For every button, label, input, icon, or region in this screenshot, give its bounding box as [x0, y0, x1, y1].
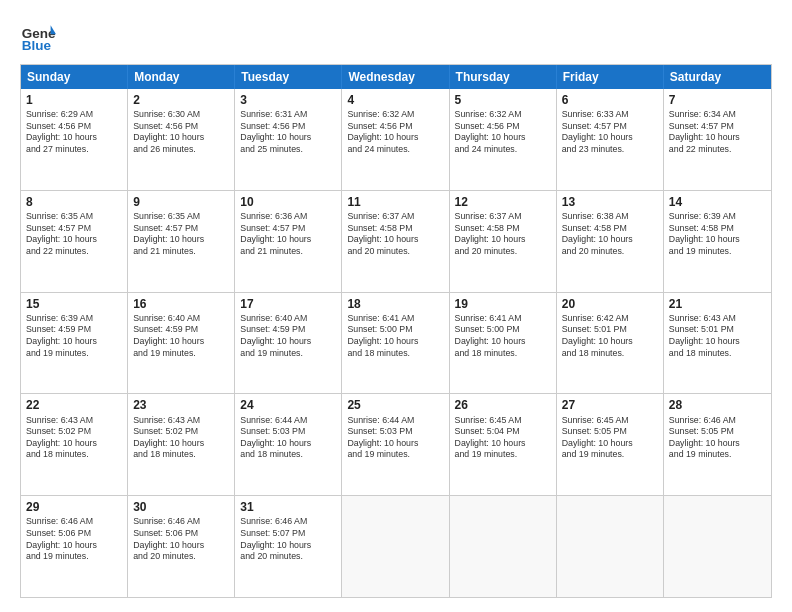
calendar-cell: 9Sunrise: 6:35 AMSunset: 4:57 PMDaylight… [128, 191, 235, 292]
calendar-cell: 23Sunrise: 6:43 AMSunset: 5:02 PMDayligh… [128, 394, 235, 495]
calendar-cell: 12Sunrise: 6:37 AMSunset: 4:58 PMDayligh… [450, 191, 557, 292]
calendar-cell: 21Sunrise: 6:43 AMSunset: 5:01 PMDayligh… [664, 293, 771, 394]
calendar-row: 1Sunrise: 6:29 AMSunset: 4:56 PMDaylight… [21, 89, 771, 190]
day-info: Sunrise: 6:46 AMSunset: 5:05 PMDaylight:… [669, 415, 766, 461]
day-number: 13 [562, 194, 658, 210]
calendar-cell: 16Sunrise: 6:40 AMSunset: 4:59 PMDayligh… [128, 293, 235, 394]
day-info: Sunrise: 6:33 AMSunset: 4:57 PMDaylight:… [562, 109, 658, 155]
calendar-cell: 30Sunrise: 6:46 AMSunset: 5:06 PMDayligh… [128, 496, 235, 597]
day-number: 18 [347, 296, 443, 312]
day-info: Sunrise: 6:39 AMSunset: 4:58 PMDaylight:… [669, 211, 766, 257]
calendar-cell: 26Sunrise: 6:45 AMSunset: 5:04 PMDayligh… [450, 394, 557, 495]
calendar-cell: 1Sunrise: 6:29 AMSunset: 4:56 PMDaylight… [21, 89, 128, 190]
day-number: 29 [26, 499, 122, 515]
weekday-header: Sunday [21, 65, 128, 89]
weekday-header: Monday [128, 65, 235, 89]
day-info: Sunrise: 6:45 AMSunset: 5:05 PMDaylight:… [562, 415, 658, 461]
day-number: 30 [133, 499, 229, 515]
day-number: 11 [347, 194, 443, 210]
calendar-row: 29Sunrise: 6:46 AMSunset: 5:06 PMDayligh… [21, 495, 771, 597]
day-info: Sunrise: 6:45 AMSunset: 5:04 PMDaylight:… [455, 415, 551, 461]
calendar-body: 1Sunrise: 6:29 AMSunset: 4:56 PMDaylight… [21, 89, 771, 597]
day-number: 19 [455, 296, 551, 312]
day-number: 12 [455, 194, 551, 210]
calendar-header: SundayMondayTuesdayWednesdayThursdayFrid… [21, 65, 771, 89]
calendar-cell: 15Sunrise: 6:39 AMSunset: 4:59 PMDayligh… [21, 293, 128, 394]
calendar-cell [664, 496, 771, 597]
day-number: 14 [669, 194, 766, 210]
weekday-header: Saturday [664, 65, 771, 89]
calendar-cell: 11Sunrise: 6:37 AMSunset: 4:58 PMDayligh… [342, 191, 449, 292]
day-number: 28 [669, 397, 766, 413]
calendar-cell: 3Sunrise: 6:31 AMSunset: 4:56 PMDaylight… [235, 89, 342, 190]
day-number: 2 [133, 92, 229, 108]
day-number: 27 [562, 397, 658, 413]
day-number: 9 [133, 194, 229, 210]
page: General Blue SundayMondayTuesdayWednesda… [0, 0, 792, 612]
day-info: Sunrise: 6:41 AMSunset: 5:00 PMDaylight:… [347, 313, 443, 359]
day-info: Sunrise: 6:36 AMSunset: 4:57 PMDaylight:… [240, 211, 336, 257]
calendar-row: 8Sunrise: 6:35 AMSunset: 4:57 PMDaylight… [21, 190, 771, 292]
calendar-cell: 6Sunrise: 6:33 AMSunset: 4:57 PMDaylight… [557, 89, 664, 190]
day-number: 24 [240, 397, 336, 413]
day-info: Sunrise: 6:40 AMSunset: 4:59 PMDaylight:… [240, 313, 336, 359]
calendar-cell [557, 496, 664, 597]
calendar-cell: 28Sunrise: 6:46 AMSunset: 5:05 PMDayligh… [664, 394, 771, 495]
calendar-cell: 19Sunrise: 6:41 AMSunset: 5:00 PMDayligh… [450, 293, 557, 394]
day-info: Sunrise: 6:44 AMSunset: 5:03 PMDaylight:… [347, 415, 443, 461]
day-info: Sunrise: 6:43 AMSunset: 5:02 PMDaylight:… [26, 415, 122, 461]
day-info: Sunrise: 6:35 AMSunset: 4:57 PMDaylight:… [133, 211, 229, 257]
calendar-cell [342, 496, 449, 597]
day-info: Sunrise: 6:41 AMSunset: 5:00 PMDaylight:… [455, 313, 551, 359]
day-info: Sunrise: 6:46 AMSunset: 5:06 PMDaylight:… [26, 516, 122, 562]
day-number: 31 [240, 499, 336, 515]
calendar-cell: 8Sunrise: 6:35 AMSunset: 4:57 PMDaylight… [21, 191, 128, 292]
day-number: 7 [669, 92, 766, 108]
day-number: 23 [133, 397, 229, 413]
calendar-cell: 17Sunrise: 6:40 AMSunset: 4:59 PMDayligh… [235, 293, 342, 394]
svg-text:Blue: Blue [22, 38, 52, 53]
day-info: Sunrise: 6:37 AMSunset: 4:58 PMDaylight:… [455, 211, 551, 257]
calendar-cell: 4Sunrise: 6:32 AMSunset: 4:56 PMDaylight… [342, 89, 449, 190]
calendar-cell: 24Sunrise: 6:44 AMSunset: 5:03 PMDayligh… [235, 394, 342, 495]
calendar-cell: 13Sunrise: 6:38 AMSunset: 4:58 PMDayligh… [557, 191, 664, 292]
calendar-cell: 7Sunrise: 6:34 AMSunset: 4:57 PMDaylight… [664, 89, 771, 190]
day-number: 20 [562, 296, 658, 312]
logo: General Blue [20, 18, 56, 54]
calendar-cell: 29Sunrise: 6:46 AMSunset: 5:06 PMDayligh… [21, 496, 128, 597]
day-info: Sunrise: 6:37 AMSunset: 4:58 PMDaylight:… [347, 211, 443, 257]
day-info: Sunrise: 6:29 AMSunset: 4:56 PMDaylight:… [26, 109, 122, 155]
day-info: Sunrise: 6:40 AMSunset: 4:59 PMDaylight:… [133, 313, 229, 359]
calendar-cell: 2Sunrise: 6:30 AMSunset: 4:56 PMDaylight… [128, 89, 235, 190]
day-number: 25 [347, 397, 443, 413]
calendar-cell: 22Sunrise: 6:43 AMSunset: 5:02 PMDayligh… [21, 394, 128, 495]
day-number: 10 [240, 194, 336, 210]
calendar-cell: 20Sunrise: 6:42 AMSunset: 5:01 PMDayligh… [557, 293, 664, 394]
weekday-header: Tuesday [235, 65, 342, 89]
day-number: 17 [240, 296, 336, 312]
day-info: Sunrise: 6:42 AMSunset: 5:01 PMDaylight:… [562, 313, 658, 359]
day-number: 16 [133, 296, 229, 312]
day-info: Sunrise: 6:43 AMSunset: 5:02 PMDaylight:… [133, 415, 229, 461]
day-info: Sunrise: 6:35 AMSunset: 4:57 PMDaylight:… [26, 211, 122, 257]
day-number: 22 [26, 397, 122, 413]
day-info: Sunrise: 6:39 AMSunset: 4:59 PMDaylight:… [26, 313, 122, 359]
day-number: 6 [562, 92, 658, 108]
calendar-cell: 18Sunrise: 6:41 AMSunset: 5:00 PMDayligh… [342, 293, 449, 394]
weekday-header: Thursday [450, 65, 557, 89]
weekday-header: Wednesday [342, 65, 449, 89]
logo-icon: General Blue [20, 18, 56, 54]
day-number: 21 [669, 296, 766, 312]
calendar-cell: 27Sunrise: 6:45 AMSunset: 5:05 PMDayligh… [557, 394, 664, 495]
day-number: 15 [26, 296, 122, 312]
calendar-row: 15Sunrise: 6:39 AMSunset: 4:59 PMDayligh… [21, 292, 771, 394]
day-info: Sunrise: 6:44 AMSunset: 5:03 PMDaylight:… [240, 415, 336, 461]
calendar-cell: 14Sunrise: 6:39 AMSunset: 4:58 PMDayligh… [664, 191, 771, 292]
calendar-cell: 31Sunrise: 6:46 AMSunset: 5:07 PMDayligh… [235, 496, 342, 597]
day-number: 8 [26, 194, 122, 210]
day-number: 26 [455, 397, 551, 413]
day-info: Sunrise: 6:32 AMSunset: 4:56 PMDaylight:… [347, 109, 443, 155]
day-number: 4 [347, 92, 443, 108]
day-info: Sunrise: 6:38 AMSunset: 4:58 PMDaylight:… [562, 211, 658, 257]
day-number: 3 [240, 92, 336, 108]
